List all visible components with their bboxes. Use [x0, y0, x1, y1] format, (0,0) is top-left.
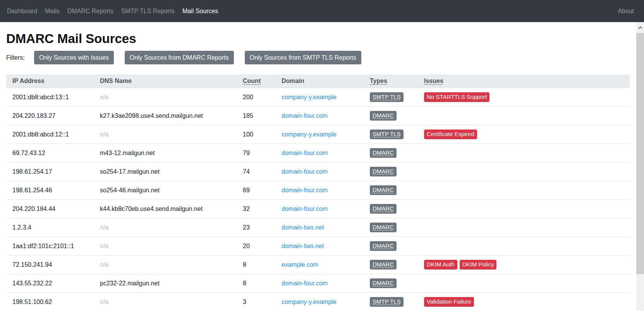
column-header-types[interactable]: Types	[364, 74, 418, 88]
type-badge-label: SMTP TLS	[373, 131, 401, 137]
type-badge-label: DMARC	[373, 112, 394, 119]
issues-cell	[418, 237, 630, 256]
sort-link-issues[interactable]: Issues	[424, 78, 443, 84]
navbar-links: DashboardMailsDMARC ReportsSMTP TLS Repo…	[6, 5, 222, 18]
type-badge-dmarc[interactable]: DMARC	[370, 278, 397, 288]
ip-address-cell: 2001:db8:abcd:13::1	[6, 88, 94, 107]
count-cell: 8	[237, 256, 275, 274]
ip-address-cell: 198.51.100.62	[6, 293, 94, 311]
sort-link-types[interactable]: Types	[370, 78, 387, 84]
issues-cell: No STARTTLS Support	[418, 88, 630, 107]
ip-address-cell: 72.150.241.94	[6, 256, 94, 274]
ip-address-cell: 143.55.232.22	[6, 274, 94, 293]
scrollbar-thumb[interactable]	[636, 33, 644, 274]
domain-link[interactable]: domain-four.com	[282, 112, 328, 119]
domain-link[interactable]: domain-two.net	[282, 243, 324, 249]
count-cell: 185	[237, 107, 275, 125]
nav-item-dmarc-reports[interactable]: DMARC Reports	[64, 5, 117, 18]
table-row: 198.51.100.62n/a3company-y.exampleSMTP T…	[6, 293, 630, 311]
filter-button-only-sources-with-issues[interactable]: Only Sources with Issues	[34, 51, 114, 64]
domain-link[interactable]: domain-four.com	[282, 150, 328, 156]
domain-cell: domain-four.com	[275, 274, 364, 293]
domain-link[interactable]: domain-four.com	[282, 280, 328, 287]
domain-cell: example.com	[275, 256, 364, 274]
nav-item-mail-sources[interactable]: Mail Sources	[179, 5, 222, 18]
nav-item-smtp-tls-reports[interactable]: SMTP TLS Reports	[117, 5, 179, 18]
types-cell: SMTP TLS	[364, 293, 418, 311]
filters-label: Filters:	[6, 54, 25, 61]
count-cell: 3	[237, 293, 275, 311]
column-header-issues[interactable]: Issues	[418, 74, 630, 88]
domain-cell: domain-two.net	[275, 237, 364, 256]
sort-link-count[interactable]: Count	[243, 78, 261, 84]
count-cell: 74	[237, 162, 275, 181]
domain-link[interactable]: domain-four.com	[282, 168, 328, 175]
column-header-count[interactable]: Count	[237, 74, 275, 88]
table-row: 2001:db8:abcd:13::1n/a200company-y.examp…	[6, 88, 630, 107]
scrollbar-up-button[interactable]	[636, 22, 644, 33]
count-cell: 200	[237, 88, 275, 107]
domain-cell: company-y.example	[275, 293, 364, 311]
dns-name-cell: k27.k3ae2098.use4.send.mailgun.net	[94, 107, 237, 125]
count-cell: 8	[237, 274, 275, 293]
domain-link[interactable]: domain-four.com	[282, 206, 328, 212]
count-cell: 100	[237, 125, 275, 144]
type-badge-smtp-tls[interactable]: SMTP TLS	[370, 92, 404, 102]
issues-cell	[418, 200, 630, 218]
issues-cell: Certificate Expired	[418, 125, 630, 144]
type-badge-label: DMARC	[373, 261, 394, 268]
domain-cell: domain-four.com	[275, 107, 364, 125]
types-cell: DMARC	[364, 237, 418, 256]
dns-name-cell: n/a	[94, 218, 237, 237]
issues-cell: Validation Failure	[418, 293, 630, 311]
types-cell: SMTP TLS	[364, 125, 418, 144]
issue-badge-dkim-policy: DKIM Policy	[460, 260, 497, 270]
type-badge-dmarc[interactable]: DMARC	[370, 111, 397, 121]
dns-name-cell: so254-17.mailgun.net	[94, 162, 237, 181]
issue-badge-no-starttls-support: No STARTTLS Support	[424, 92, 489, 102]
table-row: 1.2.3.4n/a23domain-two.netDMARC	[6, 218, 630, 237]
table-row: 198.61.254.46so254-46.mailgun.net69domai…	[6, 181, 630, 200]
domain-link[interactable]: company-y.example	[282, 94, 337, 100]
table-row: 2001:db8:abcd:12::1n/a100company-y.examp…	[6, 125, 630, 144]
type-badge-label: DMARC	[373, 224, 394, 230]
issues-cell	[418, 144, 630, 162]
column-header-dns-name: DNS Name	[94, 74, 237, 88]
domain-cell: domain-two.net	[275, 218, 364, 237]
filter-button-only-sources-from-smtp-tls-reports[interactable]: Only Sources from SMTP TLS Reports	[245, 51, 361, 64]
ip-address-cell: 204.220.184.44	[6, 200, 94, 218]
ip-address-cell: 69.72.43.12	[6, 144, 94, 162]
types-cell: DMARC	[364, 274, 418, 293]
domain-link[interactable]: domain-four.com	[282, 187, 328, 194]
domain-link[interactable]: example.com	[282, 261, 318, 268]
filter-buttons: Only Sources with IssuesOnly Sources fro…	[34, 51, 372, 64]
type-badge-smtp-tls[interactable]: SMTP TLS	[370, 297, 404, 307]
column-header-domain: Domain	[275, 74, 364, 88]
issues-cell	[418, 181, 630, 200]
type-badge-dmarc[interactable]: DMARC	[370, 260, 397, 270]
type-badge-smtp-tls[interactable]: SMTP TLS	[370, 130, 404, 139]
nav-item-dashboard[interactable]: Dashboard	[6, 5, 41, 18]
type-badge-dmarc[interactable]: DMARC	[370, 167, 397, 176]
type-badge-label: DMARC	[373, 280, 394, 286]
dns-name-cell: n/a	[94, 237, 237, 256]
domain-link[interactable]: company-y.example	[282, 299, 337, 305]
type-badge-dmarc[interactable]: DMARC	[370, 148, 397, 158]
type-badge-dmarc[interactable]: DMARC	[370, 223, 397, 232]
issues-cell: DKIM AuthDKIM Policy	[418, 256, 630, 274]
dns-name-cell: n/a	[94, 256, 237, 274]
types-cell: DMARC	[364, 181, 418, 200]
type-badge-dmarc[interactable]: DMARC	[370, 241, 397, 251]
domain-link[interactable]: company-y.example	[282, 131, 337, 138]
nav-item-mails[interactable]: Mails	[41, 5, 63, 18]
type-badge-label: DMARC	[373, 149, 394, 156]
filter-button-only-sources-from-dmarc-reports[interactable]: Only Sources from DMARC Reports	[125, 51, 234, 64]
nav-item-about[interactable]: About	[617, 5, 638, 17]
navbar-right: About	[617, 8, 638, 15]
type-badge-dmarc[interactable]: DMARC	[370, 185, 397, 195]
table-row: 1aa1:df2:101c:2101::1n/a20domain-two.net…	[6, 237, 630, 256]
type-badge-dmarc[interactable]: DMARC	[370, 204, 397, 214]
vertical-scrollbar[interactable]	[636, 22, 644, 311]
count-cell: 32	[237, 200, 275, 218]
domain-link[interactable]: domain-two.net	[282, 224, 324, 231]
